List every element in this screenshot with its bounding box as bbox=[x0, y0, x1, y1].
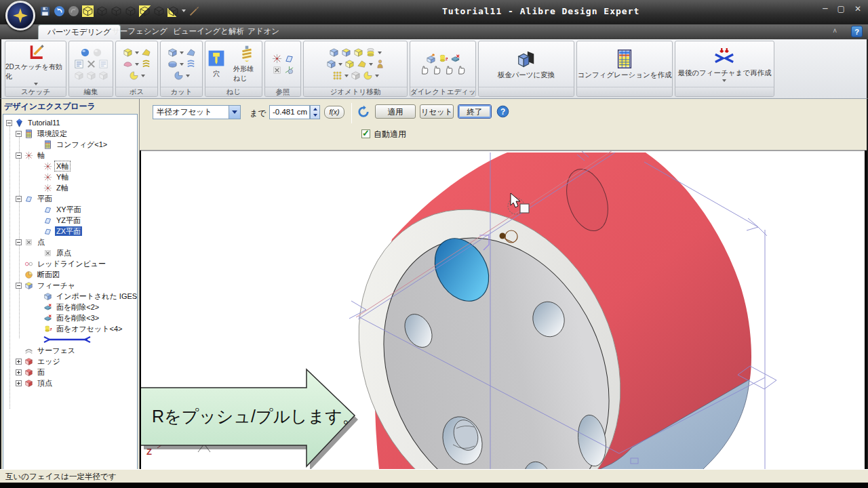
edit-icon[interactable] bbox=[98, 59, 108, 69]
extrude-boss-icon[interactable] bbox=[123, 47, 133, 58]
expand-minus-icon[interactable] bbox=[16, 131, 22, 137]
view-cube-right-icon[interactable] bbox=[139, 5, 151, 17]
feature-list-icon[interactable] bbox=[74, 59, 84, 69]
offset-type-dropdown[interactable]: 半径オフセット bbox=[153, 105, 241, 119]
loft-boss-icon[interactable] bbox=[141, 47, 151, 58]
undo-icon[interactable] bbox=[54, 5, 65, 17]
tree-item-features[interactable]: フィーチャ bbox=[3, 280, 137, 291]
tree-rollback-bar[interactable] bbox=[3, 334, 137, 345]
tree-item-redline-view[interactable]: レッドラインビュー bbox=[3, 258, 137, 269]
help-button[interactable]: ? bbox=[851, 26, 863, 37]
redo-icon[interactable] bbox=[68, 5, 79, 17]
move-icon[interactable] bbox=[329, 47, 339, 58]
tree-item-vertices[interactable]: 頂点 bbox=[3, 378, 137, 388]
expand-plus-icon[interactable] bbox=[16, 359, 22, 365]
activate-2d-sketch-button[interactable]: 2Dスケッチを有効化 bbox=[5, 43, 66, 85]
coordsys-ref-icon[interactable] bbox=[284, 65, 294, 75]
view-cube-bottom-icon[interactable] bbox=[167, 5, 179, 17]
orient-icon[interactable] bbox=[363, 70, 373, 81]
paste-icon[interactable] bbox=[86, 70, 96, 81]
point-ref-icon[interactable] bbox=[272, 65, 282, 75]
sweep-cut-icon[interactable] bbox=[186, 59, 196, 69]
maximize-button[interactable]: ▢ bbox=[837, 4, 845, 14]
redo-sphere-icon[interactable] bbox=[92, 47, 102, 58]
finish-button[interactable]: 終了 bbox=[458, 104, 492, 119]
view-cube-left-icon[interactable] bbox=[125, 5, 136, 17]
tree-item-x-axis[interactable]: X軸 bbox=[3, 161, 137, 171]
tree-item-origin[interactable]: 原点 bbox=[3, 247, 137, 258]
measure-tool-icon[interactable] bbox=[189, 5, 200, 17]
tree-item-points[interactable]: 点 bbox=[3, 237, 137, 247]
ribbon-collapse-icon[interactable]: ˄ bbox=[833, 27, 837, 35]
remove-face-icon[interactable] bbox=[450, 54, 460, 64]
pattern-icon[interactable] bbox=[332, 70, 342, 81]
expand-minus-icon[interactable] bbox=[16, 283, 22, 289]
tree-item-delete-face-3[interactable]: 面を削除<3> bbox=[3, 312, 137, 323]
equation-button[interactable]: f(x) bbox=[324, 106, 344, 119]
tree-item-z-axis[interactable]: Z軸 bbox=[3, 182, 137, 193]
view-cube-front-icon[interactable] bbox=[96, 5, 108, 17]
tree-item-tutorial11[interactable]: Tutorial11 bbox=[3, 117, 137, 128]
delete-icon[interactable] bbox=[86, 59, 96, 69]
offset-value-input[interactable]: -0.481 cm bbox=[269, 105, 310, 119]
undo-sphere-icon[interactable] bbox=[80, 47, 90, 58]
tree-item-edges[interactable]: エッジ bbox=[3, 356, 137, 367]
helix-boss-icon[interactable] bbox=[129, 70, 139, 81]
boolean-icon[interactable] bbox=[351, 70, 361, 81]
convert-sheet-metal-button[interactable]: 板金パーツに変換 bbox=[498, 49, 555, 80]
revolve-boss-icon[interactable] bbox=[123, 59, 133, 69]
close-button[interactable]: ✕ bbox=[854, 4, 861, 14]
offset-value-spinner[interactable] bbox=[310, 105, 320, 119]
tree-item-config1[interactable]: コンフィグ<1> bbox=[3, 139, 137, 150]
expand-plus-icon[interactable] bbox=[16, 380, 22, 386]
tree-item-faces[interactable]: 面 bbox=[3, 367, 137, 378]
offset-face-icon[interactable] bbox=[438, 54, 448, 64]
rotate-icon[interactable] bbox=[341, 47, 351, 58]
push-pull-offset-icon[interactable] bbox=[432, 65, 442, 75]
expand-plus-icon[interactable] bbox=[16, 369, 22, 375]
views-dropdown-icon[interactable] bbox=[182, 9, 186, 12]
minimize-button[interactable]: ─ bbox=[823, 4, 827, 14]
regenerate-to-last-feature-button[interactable]: 最後のフィーチャまで再作成 bbox=[677, 47, 771, 82]
push-pull-icon[interactable] bbox=[420, 65, 430, 75]
expand-minus-icon[interactable] bbox=[16, 196, 22, 202]
view-cube-iso-icon[interactable] bbox=[82, 5, 94, 17]
tree-item-yz-plane[interactable]: YZ平面 bbox=[3, 215, 137, 226]
revolve-cut-icon[interactable] bbox=[167, 59, 178, 69]
save-icon[interactable] bbox=[39, 5, 51, 17]
align-icon[interactable] bbox=[357, 59, 367, 69]
expand-minus-icon[interactable] bbox=[16, 152, 22, 159]
3d-viewport[interactable]: Z Rをプッシュ/プルします。 bbox=[141, 150, 865, 469]
duplicate-icon[interactable] bbox=[98, 70, 108, 81]
pattern-linear-icon[interactable] bbox=[366, 47, 376, 58]
auto-apply-checkbox[interactable] bbox=[361, 129, 370, 138]
tree-item-offset-face-4[interactable]: 面をオフセット<4> bbox=[3, 323, 137, 334]
tree-item-y-axis[interactable]: Y軸 bbox=[3, 171, 137, 182]
hole-button[interactable]: 穴 bbox=[205, 48, 227, 80]
external-thread-button[interactable]: 外形雄ねじ bbox=[231, 43, 262, 85]
push-pull-delete-icon[interactable] bbox=[456, 65, 467, 75]
reset-button[interactable]: リセット bbox=[420, 104, 454, 119]
tree-item-xy-plane[interactable]: XY平面 bbox=[3, 204, 137, 215]
scale-icon[interactable] bbox=[326, 59, 336, 69]
tree-item-surfaces[interactable]: サーフェス bbox=[3, 345, 137, 356]
app-logo[interactable] bbox=[5, 1, 35, 30]
extrude-cut-icon[interactable] bbox=[167, 47, 178, 58]
mirror-icon[interactable] bbox=[353, 47, 363, 58]
axis-ref-icon[interactable] bbox=[272, 54, 282, 64]
figure-icon[interactable] bbox=[375, 59, 385, 69]
tree-item-planes[interactable]: 平面 bbox=[3, 193, 137, 204]
tree-item-axes[interactable]: 軸 bbox=[3, 150, 137, 161]
push-pull-move-icon[interactable] bbox=[444, 65, 454, 75]
tree-item-imported-iges[interactable]: インポートされた IGES bbox=[3, 291, 137, 302]
create-configuration-button[interactable]: コンフィグレーションを作成 bbox=[578, 49, 672, 80]
expand-minus-icon[interactable] bbox=[6, 120, 12, 126]
sweep-boss-icon[interactable] bbox=[141, 59, 151, 69]
tab-addons[interactable]: アドオン bbox=[239, 24, 288, 39]
apply-button[interactable]: 適用 bbox=[375, 104, 416, 119]
expand-minus-icon[interactable] bbox=[16, 239, 22, 245]
tree-item-zx-plane[interactable]: ZX平面 bbox=[3, 226, 137, 237]
refresh-icon[interactable] bbox=[357, 105, 370, 119]
tree-item-section-view[interactable]: 断面図 bbox=[3, 269, 137, 280]
copy-icon[interactable] bbox=[74, 70, 84, 81]
